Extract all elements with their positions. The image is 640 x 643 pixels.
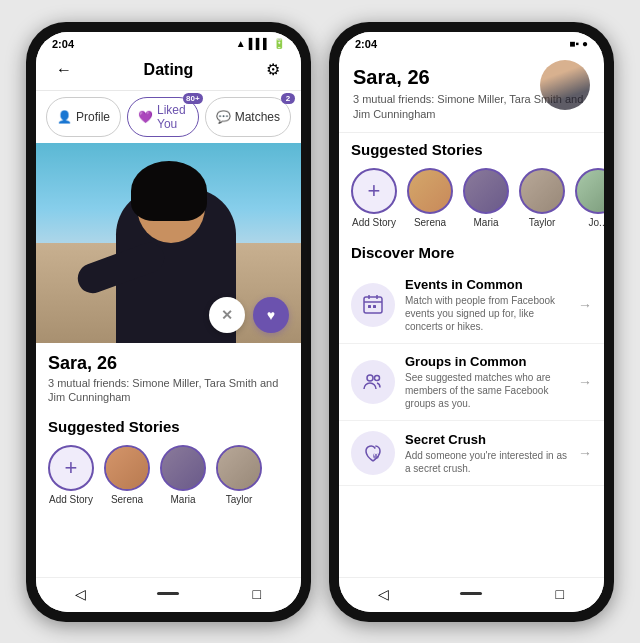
- tab-profile[interactable]: 👤 Profile: [46, 97, 121, 137]
- bottom-nav-1: ◁ □: [36, 577, 301, 612]
- serena-label: Serena: [111, 494, 143, 505]
- tab-matches-label: Matches: [235, 110, 280, 124]
- profile-friends-1: 3 mutual friends: Simone Miller, Tara Sm…: [48, 376, 289, 405]
- groups-icon-bg: [351, 360, 395, 404]
- status-bar-1: 2:04 ▲ ▌▌▌ 🔋: [36, 32, 301, 52]
- back-nav-btn-2[interactable]: ◁: [369, 584, 397, 604]
- phone-1: 2:04 ▲ ▌▌▌ 🔋 ← Dating ⚙ 👤 Profile: [26, 22, 311, 622]
- p2-taylor-circle: [519, 168, 565, 214]
- status-icons-1: ▲ ▌▌▌ 🔋: [236, 38, 285, 49]
- p2-story-maria[interactable]: Maria: [463, 168, 509, 228]
- svg-point-8: [373, 453, 379, 459]
- calendar-icon: [361, 293, 385, 317]
- story-taylor[interactable]: Taylor: [216, 445, 262, 505]
- secret-crush-desc: Add someone you're interested in as a se…: [405, 449, 568, 475]
- tab-liked-you[interactable]: 💜 Liked You 80+: [127, 97, 199, 137]
- profile-icon: 👤: [57, 110, 72, 124]
- secret-crush-text: Secret Crush Add someone you're interest…: [405, 432, 568, 475]
- home-nav-icon-1: [157, 592, 179, 595]
- matches-badge: 2: [281, 93, 295, 104]
- action-buttons: ✕ ♥: [209, 297, 289, 333]
- square-nav-icon-2: □: [556, 586, 564, 602]
- signal-icon: ▌▌▌: [249, 38, 270, 49]
- tab-profile-label: Profile: [76, 110, 110, 124]
- p2-serena-label: Serena: [414, 217, 446, 228]
- status-time-2: 2:04: [355, 38, 377, 50]
- svg-rect-5: [373, 305, 376, 308]
- taylor-circle: [216, 445, 262, 491]
- p2-plus-icon: +: [368, 178, 381, 204]
- p2-header: Sara, 26 3 mutual friends: Simone Miller…: [339, 60, 604, 134]
- settings-button[interactable]: ⚙: [259, 56, 287, 84]
- square-nav-btn-1[interactable]: □: [243, 584, 271, 604]
- home-nav-btn-1[interactable]: [154, 584, 182, 604]
- p2-story-add[interactable]: + Add Story: [351, 168, 397, 228]
- svg-rect-4: [368, 305, 371, 308]
- p2-story-jo[interactable]: Jo...: [575, 168, 604, 228]
- suggested-stories-title-1: Suggested Stories: [36, 410, 301, 441]
- gear-icon: ⚙: [266, 60, 280, 79]
- p2-jo-label: Jo...: [589, 217, 604, 228]
- events-arrow: →: [578, 297, 592, 313]
- svg-rect-0: [364, 297, 382, 313]
- groups-arrow: →: [578, 374, 592, 390]
- nav-bar-1: ← Dating ⚙: [36, 52, 301, 91]
- scroll-content-1: ✕ ♥ Sara, 26 3 mutual friends: Simone Mi…: [36, 143, 301, 577]
- story-serena[interactable]: Serena: [104, 445, 150, 505]
- add-story-label: Add Story: [49, 494, 93, 505]
- back-nav-icon-1: ◁: [75, 586, 86, 602]
- p2-maria-label: Maria: [473, 217, 498, 228]
- events-icon-bg: [351, 283, 395, 327]
- phone-2: 2:04 ■▪ ● Sara, 26 3 mutual friends: Sim…: [329, 22, 614, 622]
- stories-row-1: + Add Story Serena Maria: [36, 441, 301, 513]
- story-add[interactable]: + Add Story: [48, 445, 94, 505]
- profile-name-1: Sara, 26: [48, 353, 289, 374]
- groups-text: Groups in Common See suggested matches w…: [405, 354, 568, 410]
- p2-serena-circle: [407, 168, 453, 214]
- phone2-content: Sara, 26 3 mutual friends: Simone Miller…: [339, 52, 604, 577]
- dislike-icon: ✕: [221, 307, 233, 323]
- discover-secret-crush[interactable]: Secret Crush Add someone you're interest…: [339, 421, 604, 486]
- wifi-icon: ▲: [236, 38, 246, 49]
- heart-lock-icon: [361, 441, 385, 465]
- secret-crush-title: Secret Crush: [405, 432, 568, 447]
- signal-icon-2: ●: [582, 38, 588, 49]
- add-story-circle: +: [48, 445, 94, 491]
- back-nav-icon-2: ◁: [378, 586, 389, 602]
- p2-avatar-preview: [540, 60, 590, 110]
- p2-maria-circle: [463, 168, 509, 214]
- serena-circle: [104, 445, 150, 491]
- stories-row-2: + Add Story Serena Maria Tayl: [339, 164, 604, 236]
- p2-jo-circle: [575, 168, 604, 214]
- back-nav-btn-1[interactable]: ◁: [66, 584, 94, 604]
- events-title: Events in Common: [405, 277, 568, 292]
- square-nav-btn-2[interactable]: □: [546, 584, 574, 604]
- groups-desc: See suggested matches who are members of…: [405, 371, 568, 410]
- secret-crush-arrow: →: [578, 445, 592, 461]
- svg-point-6: [367, 375, 373, 381]
- events-desc: Match with people from Facebook events y…: [405, 294, 568, 333]
- suggested-stories-title-2: Suggested Stories: [339, 133, 604, 164]
- dislike-button[interactable]: ✕: [209, 297, 245, 333]
- plus-icon: +: [65, 455, 78, 481]
- home-nav-btn-2[interactable]: [457, 584, 485, 604]
- story-maria[interactable]: Maria: [160, 445, 206, 505]
- tab-bar-1: 👤 Profile 💜 Liked You 80+ 💬 Matches 2: [36, 91, 301, 143]
- p2-story-serena[interactable]: Serena: [407, 168, 453, 228]
- maria-circle: [160, 445, 206, 491]
- chat-icon: 💬: [216, 110, 231, 124]
- back-button[interactable]: ←: [50, 56, 78, 84]
- like-button[interactable]: ♥: [253, 297, 289, 333]
- events-text: Events in Common Match with people from …: [405, 277, 568, 333]
- like-icon: ♥: [267, 307, 275, 323]
- discover-events[interactable]: Events in Common Match with people from …: [339, 267, 604, 344]
- heart-icon: 💜: [138, 110, 153, 124]
- p2-story-taylor[interactable]: Taylor: [519, 168, 565, 228]
- discover-groups[interactable]: Groups in Common See suggested matches w…: [339, 344, 604, 421]
- tab-matches[interactable]: 💬 Matches 2: [205, 97, 291, 137]
- bottom-nav-2: ◁ □: [339, 577, 604, 612]
- p2-add-story-circle: +: [351, 168, 397, 214]
- back-icon: ←: [56, 61, 72, 79]
- tab-liked-label: Liked You: [157, 103, 188, 131]
- p2-taylor-label: Taylor: [529, 217, 556, 228]
